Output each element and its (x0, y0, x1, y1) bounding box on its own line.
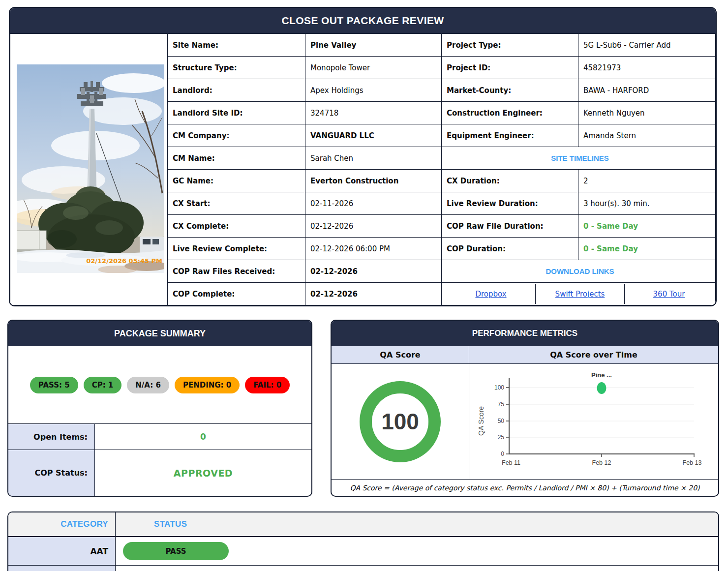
cop-status-row: COP Status: APPROVED (8, 450, 311, 496)
cop-raw-file-duration-label: COP Raw File Duration: (442, 215, 578, 238)
qa-score-donut: 100 (360, 381, 441, 462)
photo-timestamp: 02/12/2026 05:45 PM (86, 257, 162, 265)
cm-company-value: VANGUARD LLC (305, 124, 442, 147)
landlord-site-id-label: Landlord Site ID: (168, 102, 305, 124)
page-title: CLOSE OUT PACKAGE REVIEW (281, 15, 444, 27)
cop-complete-label: COP Complete: (168, 283, 305, 305)
site-info-table: 02/12/2026 05:45 PM Site Name: Pine Vall… (10, 33, 716, 305)
pending-count-badge: PENDING: 0 (175, 377, 240, 393)
project-type-label: Project Type: (442, 34, 578, 57)
download-links-section-header: DOWNLOAD LINKS (442, 260, 716, 283)
site-photo: 02/12/2026 05:45 PM (17, 64, 164, 273)
y-axis-title: QA Score (477, 406, 485, 436)
project-type-value: 5G L-Sub6 - Carrier Add (578, 34, 716, 57)
category-row-next-clipped (8, 566, 718, 571)
x-tick-feb13: Feb 13 (682, 459, 701, 466)
page-title-bar: CLOSE OUT PACKAGE REVIEW (10, 8, 716, 33)
qa-score-over-time-column-header: QA Score over Time (469, 346, 718, 363)
structure-type-value: Monopole Tower (305, 57, 442, 79)
y-tick-25: 25 (497, 434, 504, 441)
swift-projects-link[interactable]: Swift Projects (555, 290, 605, 299)
live-review-duration-value: 3 hour(s). 30 min. (578, 192, 716, 215)
landlord-label: Landlord: (168, 79, 305, 102)
category-status-table: CATEGORY STATUS AAT PASS (7, 511, 719, 571)
package-summary-header: PACKAGE SUMMARY (8, 321, 311, 346)
360-tour-link[interactable]: 360 Tour (653, 290, 685, 299)
landlord-value: Apex Holdings (305, 79, 442, 102)
category-name-aat: AAT (8, 537, 116, 565)
cop-status-label: COP Status: (8, 450, 95, 496)
site-name-value: Pine Valley (305, 34, 442, 57)
live-review-complete-value: 02-12-2026 06:00 PM (305, 238, 442, 260)
dropbox-link[interactable]: Dropbox (475, 290, 506, 299)
fail-count-badge: FAIL: 0 (245, 377, 290, 393)
trailer-shape (17, 231, 46, 252)
cop-duration-label: COP Duration: (442, 238, 578, 260)
qa-score-column-header: QA Score (332, 346, 469, 363)
y-tick-100: 100 (494, 384, 504, 391)
equipment-engineer-label: Equipment Engineer: (442, 124, 578, 147)
equipment-engineer-value: Amanda Stern (578, 124, 716, 147)
project-id-value: 45821973 (578, 57, 716, 79)
structure-type-label: Structure Type: (168, 57, 305, 79)
cm-name-label: CM Name: (168, 147, 305, 170)
landlord-site-id-value: 324718 (305, 102, 442, 124)
cx-duration-label: CX Duration: (442, 170, 578, 192)
y-tick-0: 0 (501, 451, 504, 457)
y-tick-75: 75 (497, 401, 504, 408)
gc-name-value: Everton Construction (305, 170, 442, 192)
performance-metrics-title: PERFORMANCE METRICS (472, 329, 577, 338)
x-tick-feb12: Feb 12 (592, 459, 611, 466)
market-county-value: BAWA - HARFORD (578, 79, 716, 102)
category-row-aat: AAT PASS (8, 537, 718, 566)
performance-metrics-header: PERFORMANCE METRICS (332, 321, 718, 346)
site-name-label: Site Name: (168, 34, 305, 57)
aat-status-badge: PASS (123, 542, 229, 560)
qa-score-donut-cell: 100 (332, 364, 469, 479)
construction-engineer-value: Kenneth Nguyen (578, 102, 716, 124)
performance-subheaders: QA Score QA Score over Time (332, 346, 718, 364)
cop-status-value: APPROVED (95, 450, 311, 496)
package-summary-card: PACKAGE SUMMARY PASS: 5 CP: 1 N/A: 6 PEN… (7, 320, 312, 497)
live-review-complete-label: Live Review Complete: (168, 238, 305, 260)
cop-raw-file-duration-value: 0 - Same Day (578, 215, 716, 238)
cx-duration-value: 2 (578, 170, 716, 192)
cx-start-label: CX Start: (168, 192, 305, 215)
cop-raw-files-received-label: COP Raw Files Received: (168, 260, 305, 283)
y-tick-50: 50 (497, 418, 504, 424)
qa-score-formula: QA Score = (Average of category status e… (332, 479, 718, 496)
construction-engineer-label: Construction Engineer: (442, 102, 578, 124)
pass-count-badge: PASS: 5 (30, 377, 78, 393)
chart-legend-label: Pine ... (591, 371, 612, 379)
market-county-label: Market-County: (442, 79, 578, 102)
live-review-duration-label: Live Review Duration: (442, 192, 578, 215)
performance-metrics-card: PERFORMANCE METRICS QA Score QA Score ov… (331, 320, 719, 497)
na-count-badge: N/A: 6 (127, 377, 169, 393)
download-links-row: Dropbox Swift Projects 360 Tour (442, 283, 716, 305)
close-out-package-card: CLOSE OUT PACKAGE REVIEW (9, 7, 717, 306)
cm-company-label: CM Company: (168, 124, 305, 147)
cx-complete-label: CX Complete: (168, 215, 305, 238)
status-column-header: STATUS (116, 512, 718, 536)
qa-score-over-time-chart: Pine ... (470, 364, 718, 479)
cp-count-badge: CP: 1 (84, 377, 122, 393)
site-timelines-section-header: SITE TIMELINES (442, 147, 716, 170)
site-photo-cell: 02/12/2026 05:45 PM (10, 34, 168, 305)
category-table-header-row: CATEGORY STATUS (8, 512, 718, 537)
gc-name-label: GC Name: (168, 170, 305, 192)
category-column-header: CATEGORY (8, 512, 116, 536)
cx-complete-value: 02-12-2026 (305, 215, 442, 238)
cm-name-value: Sarah Chen (305, 147, 442, 170)
cx-start-value: 02-11-2026 (305, 192, 442, 215)
open-items-value: 0 (95, 424, 311, 450)
qa-score-chart-cell: Pine ... (469, 364, 718, 479)
open-items-row: Open Items: 0 (8, 424, 311, 450)
cop-duration-value: 0 - Same Day (578, 238, 716, 260)
qa-score-data-point (597, 382, 606, 394)
x-tick-feb11: Feb 11 (502, 459, 520, 466)
project-id-label: Project ID: (442, 57, 578, 79)
status-badges-row: PASS: 5 CP: 1 N/A: 6 PENDING: 0 FAIL: 0 (8, 346, 311, 424)
cop-raw-files-received-value: 02-12-2026 (305, 260, 442, 283)
open-items-label: Open Items: (8, 424, 95, 450)
cop-complete-value: 02-12-2026 (305, 283, 442, 305)
